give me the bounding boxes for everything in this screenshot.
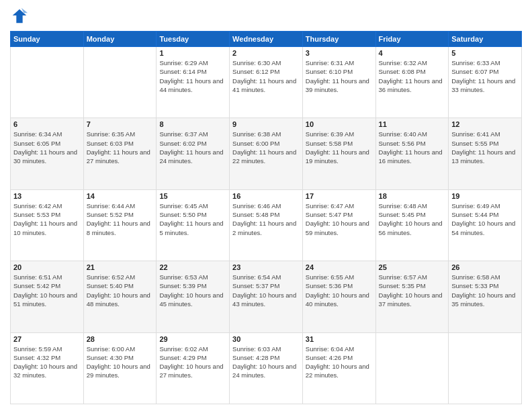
day-number: 14 bbox=[87, 192, 154, 200]
day-info: Sunrise: 6:55 AMSunset: 5:36 PMDaylight:… bbox=[306, 273, 373, 308]
day-number: 21 bbox=[87, 263, 154, 271]
weekday-header-tuesday: Tuesday bbox=[157, 32, 230, 47]
logo bbox=[10, 7, 32, 26]
calendar-cell bbox=[11, 47, 84, 118]
day-number: 18 bbox=[379, 192, 446, 200]
calendar-cell: 6Sunrise: 6:34 AMSunset: 6:05 PMDaylight… bbox=[11, 118, 84, 189]
day-info: Sunrise: 6:42 AMSunset: 5:53 PMDaylight:… bbox=[13, 201, 81, 237]
day-number: 29 bbox=[159, 335, 226, 343]
calendar-cell: 20Sunrise: 6:51 AMSunset: 5:42 PMDayligh… bbox=[11, 261, 84, 332]
calendar-cell: 4Sunrise: 6:32 AMSunset: 6:08 PMDaylight… bbox=[375, 47, 449, 118]
day-number: 17 bbox=[306, 192, 373, 200]
day-info: Sunrise: 6:58 AMSunset: 5:33 PMDaylight:… bbox=[451, 273, 519, 308]
calendar-table: SundayMondayTuesdayWednesdayThursdayFrid… bbox=[10, 31, 522, 404]
calendar-cell: 16Sunrise: 6:46 AMSunset: 5:48 PMDayligh… bbox=[230, 189, 303, 261]
day-number: 12 bbox=[451, 120, 519, 128]
calendar-cell: 24Sunrise: 6:55 AMSunset: 5:36 PMDayligh… bbox=[302, 261, 375, 332]
day-info: Sunrise: 6:57 AMSunset: 5:35 PMDaylight:… bbox=[379, 273, 446, 308]
calendar-cell: 17Sunrise: 6:47 AMSunset: 5:47 PMDayligh… bbox=[302, 189, 375, 261]
calendar-cell bbox=[375, 332, 449, 404]
day-info: Sunrise: 6:44 AMSunset: 5:52 PMDaylight:… bbox=[87, 201, 154, 237]
day-info: Sunrise: 6:30 AMSunset: 6:12 PMDaylight:… bbox=[232, 58, 300, 94]
calendar-cell: 21Sunrise: 6:52 AMSunset: 5:40 PMDayligh… bbox=[83, 261, 157, 332]
day-info: Sunrise: 6:52 AMSunset: 5:40 PMDaylight:… bbox=[87, 273, 154, 308]
day-info: Sunrise: 6:37 AMSunset: 6:02 PMDaylight:… bbox=[159, 130, 226, 165]
day-info: Sunrise: 5:59 AMSunset: 4:32 PMDaylight:… bbox=[13, 345, 81, 380]
day-info: Sunrise: 6:31 AMSunset: 6:10 PMDaylight:… bbox=[306, 58, 373, 94]
day-info: Sunrise: 6:02 AMSunset: 4:29 PMDaylight:… bbox=[159, 345, 226, 380]
week-row-2: 6Sunrise: 6:34 AMSunset: 6:05 PMDaylight… bbox=[11, 118, 522, 189]
day-info: Sunrise: 6:35 AMSunset: 6:03 PMDaylight:… bbox=[87, 130, 154, 165]
day-number: 11 bbox=[379, 120, 446, 128]
logo-icon bbox=[10, 7, 29, 26]
day-info: Sunrise: 6:34 AMSunset: 6:05 PMDaylight:… bbox=[13, 130, 81, 165]
day-number: 10 bbox=[306, 120, 373, 128]
calendar-cell: 2Sunrise: 6:30 AMSunset: 6:12 PMDaylight… bbox=[230, 47, 303, 118]
day-info: Sunrise: 6:39 AMSunset: 5:58 PMDaylight:… bbox=[306, 130, 373, 165]
calendar-cell: 27Sunrise: 5:59 AMSunset: 4:32 PMDayligh… bbox=[11, 332, 84, 404]
day-number: 31 bbox=[306, 335, 373, 343]
day-number: 3 bbox=[306, 49, 373, 57]
week-row-5: 27Sunrise: 5:59 AMSunset: 4:32 PMDayligh… bbox=[11, 332, 522, 404]
day-number: 6 bbox=[13, 120, 81, 128]
calendar-cell: 8Sunrise: 6:37 AMSunset: 6:02 PMDaylight… bbox=[157, 118, 230, 189]
day-number: 15 bbox=[159, 192, 226, 200]
weekday-header-wednesday: Wednesday bbox=[230, 32, 303, 47]
calendar-cell bbox=[83, 47, 157, 118]
page: SundayMondayTuesdayWednesdayThursdayFrid… bbox=[0, 0, 532, 411]
day-info: Sunrise: 6:00 AMSunset: 4:30 PMDaylight:… bbox=[87, 345, 154, 380]
calendar-cell: 13Sunrise: 6:42 AMSunset: 5:53 PMDayligh… bbox=[11, 189, 84, 261]
calendar-cell: 18Sunrise: 6:48 AMSunset: 5:45 PMDayligh… bbox=[375, 189, 449, 261]
day-info: Sunrise: 6:33 AMSunset: 6:07 PMDaylight:… bbox=[451, 58, 519, 94]
day-info: Sunrise: 6:40 AMSunset: 5:56 PMDaylight:… bbox=[379, 130, 446, 165]
day-info: Sunrise: 6:38 AMSunset: 6:00 PMDaylight:… bbox=[232, 130, 300, 165]
calendar-cell: 5Sunrise: 6:33 AMSunset: 6:07 PMDaylight… bbox=[449, 47, 522, 118]
weekday-header-sunday: Sunday bbox=[11, 32, 84, 47]
calendar-cell: 12Sunrise: 6:41 AMSunset: 5:55 PMDayligh… bbox=[449, 118, 522, 189]
calendar-cell: 14Sunrise: 6:44 AMSunset: 5:52 PMDayligh… bbox=[83, 189, 157, 261]
calendar-cell: 26Sunrise: 6:58 AMSunset: 5:33 PMDayligh… bbox=[449, 261, 522, 332]
day-number: 7 bbox=[87, 120, 154, 128]
day-info: Sunrise: 6:46 AMSunset: 5:48 PMDaylight:… bbox=[232, 201, 300, 237]
day-info: Sunrise: 6:04 AMSunset: 4:26 PMDaylight:… bbox=[306, 345, 373, 380]
day-number: 24 bbox=[306, 263, 373, 271]
day-number: 9 bbox=[232, 120, 300, 128]
weekday-header-saturday: Saturday bbox=[449, 32, 522, 47]
day-info: Sunrise: 6:51 AMSunset: 5:42 PMDaylight:… bbox=[13, 273, 81, 308]
day-number: 19 bbox=[451, 192, 519, 200]
day-number: 2 bbox=[232, 49, 300, 57]
calendar-cell: 19Sunrise: 6:49 AMSunset: 5:44 PMDayligh… bbox=[449, 189, 522, 261]
day-info: Sunrise: 6:41 AMSunset: 5:55 PMDaylight:… bbox=[451, 130, 519, 165]
day-info: Sunrise: 6:54 AMSunset: 5:37 PMDaylight:… bbox=[232, 273, 300, 308]
header bbox=[10, 7, 522, 26]
weekday-header-thursday: Thursday bbox=[302, 32, 375, 47]
week-row-4: 20Sunrise: 6:51 AMSunset: 5:42 PMDayligh… bbox=[11, 261, 522, 332]
day-number: 5 bbox=[451, 49, 519, 57]
calendar-cell: 25Sunrise: 6:57 AMSunset: 5:35 PMDayligh… bbox=[375, 261, 449, 332]
calendar-cell: 15Sunrise: 6:45 AMSunset: 5:50 PMDayligh… bbox=[157, 189, 230, 261]
day-info: Sunrise: 6:32 AMSunset: 6:08 PMDaylight:… bbox=[379, 58, 446, 94]
week-row-1: 1Sunrise: 6:29 AMSunset: 6:14 PMDaylight… bbox=[11, 47, 522, 118]
day-number: 25 bbox=[379, 263, 446, 271]
calendar-cell: 3Sunrise: 6:31 AMSunset: 6:10 PMDaylight… bbox=[302, 47, 375, 118]
day-number: 1 bbox=[159, 49, 226, 57]
day-number: 13 bbox=[13, 192, 81, 200]
calendar-cell: 23Sunrise: 6:54 AMSunset: 5:37 PMDayligh… bbox=[230, 261, 303, 332]
day-number: 26 bbox=[451, 263, 519, 271]
weekday-header-monday: Monday bbox=[83, 32, 157, 47]
day-number: 20 bbox=[13, 263, 81, 271]
calendar-cell bbox=[449, 332, 522, 404]
day-number: 22 bbox=[159, 263, 226, 271]
day-number: 30 bbox=[232, 335, 300, 343]
day-number: 4 bbox=[379, 49, 446, 57]
weekday-header-friday: Friday bbox=[375, 32, 449, 47]
day-number: 8 bbox=[159, 120, 226, 128]
day-number: 16 bbox=[232, 192, 300, 200]
day-info: Sunrise: 6:29 AMSunset: 6:14 PMDaylight:… bbox=[159, 58, 226, 94]
week-row-3: 13Sunrise: 6:42 AMSunset: 5:53 PMDayligh… bbox=[11, 189, 522, 261]
calendar-cell: 1Sunrise: 6:29 AMSunset: 6:14 PMDaylight… bbox=[157, 47, 230, 118]
day-number: 28 bbox=[87, 335, 154, 343]
day-info: Sunrise: 6:03 AMSunset: 4:28 PMDaylight:… bbox=[232, 345, 300, 380]
calendar-cell: 29Sunrise: 6:02 AMSunset: 4:29 PMDayligh… bbox=[157, 332, 230, 404]
weekday-header-row: SundayMondayTuesdayWednesdayThursdayFrid… bbox=[11, 32, 522, 47]
